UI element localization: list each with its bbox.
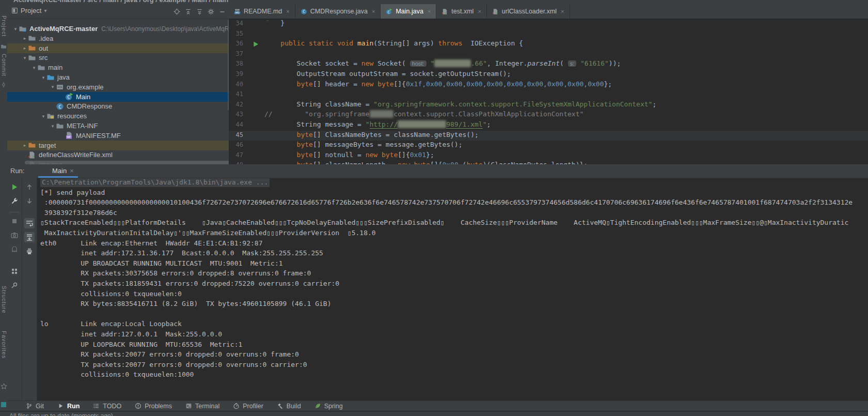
close-icon[interactable]: ×: [286, 8, 289, 14]
tree-item-src[interactable]: ▾src: [7, 53, 229, 63]
code-line-46[interactable]: 46 byte[] messageBytes = message.getByte…: [229, 141, 868, 151]
toolwindow-button-git[interactable]: Git: [26, 403, 44, 410]
code-text: String className = "org.springframework.…: [264, 100, 656, 108]
code-line-48[interactable]: 48 byte[] classNameLength = new byte[]{0…: [229, 161, 868, 164]
code-line-36[interactable]: 36 public static void main(String[] args…: [229, 39, 868, 50]
code-line-39[interactable]: 39 OutputStream outputStream = socket.ge…: [229, 70, 868, 80]
toolwindow-button-build[interactable]: Build: [277, 403, 301, 410]
close-icon[interactable]: ×: [428, 8, 431, 14]
chevron-right-icon[interactable]: ▸: [22, 143, 28, 148]
chevron-down-icon[interactable]: ▾: [40, 75, 46, 80]
collapse-all-button[interactable]: [185, 7, 192, 15]
console-line: TX packets:181859431 errors:0 dropped:75…: [40, 280, 868, 290]
folder-icon[interactable]: [1, 43, 7, 50]
folder-resources-icon: [46, 112, 55, 120]
close-icon[interactable]: ×: [478, 8, 481, 14]
printer-button[interactable]: [24, 246, 35, 256]
toolwindow-button-profiler[interactable]: Profiler: [233, 403, 263, 410]
locate-button[interactable]: [173, 7, 180, 15]
run-console-output[interactable]: C:\Penetration\ProgramTools\Java\jdk1.8\…: [40, 178, 868, 400]
chevron-down-icon[interactable]: ▾: [40, 114, 46, 119]
code-line-43[interactable]: 43// "org.springframe context.support.Cl…: [229, 110, 868, 120]
tree-item-defineclasswritefile-xml[interactable]: defineClassWriteFile.xml: [7, 150, 229, 160]
toolwindow-button-todo[interactable]: TODO: [93, 403, 121, 410]
star-icon[interactable]: [1, 383, 7, 390]
tree-item-out[interactable]: ▸out: [7, 43, 229, 53]
ghost-button[interactable]: [9, 244, 20, 254]
stripe-button-structure[interactable]: Structure: [0, 286, 7, 314]
code-line-45[interactable]: 45 byte[] ClassNameBytes = className.get…: [229, 131, 868, 141]
code-editor[interactable]: 34ˆ }3536 public static void main(String…: [229, 19, 868, 164]
gear-button[interactable]: [208, 7, 214, 15]
tree-item-java[interactable]: ▾java: [7, 72, 229, 82]
tree-item-manifest-mf[interactable]: MFMANIFEST.MF: [7, 131, 229, 141]
tree-item-cmdresponse[interactable]: CCMDResponse: [7, 101, 229, 111]
ghost-icon: [10, 245, 19, 253]
toolwindow-button-terminal[interactable]: Terminal: [185, 403, 219, 410]
breadcrumb[interactable]: ActiveMqRCE-master / src / main / java /…: [13, 0, 228, 4]
wrench-button[interactable]: [9, 196, 20, 206]
close-icon[interactable]: ×: [561, 8, 564, 14]
chevron-down-icon[interactable]: ▾: [50, 84, 56, 89]
tree-item-activemqrce-master[interactable]: ▾ActiveMqRCE-masterC:\Users\Anonymous\De…: [7, 24, 229, 34]
tree-item--idea[interactable]: ▸.idea: [7, 34, 229, 43]
class-run-icon: C: [65, 93, 73, 101]
toolwindow-button-spring[interactable]: Spring: [314, 403, 343, 410]
redacted-text: [398, 120, 446, 128]
close-icon[interactable]: ×: [372, 8, 375, 14]
chevron-down-icon[interactable]: ▾: [12, 26, 19, 32]
code-line-44[interactable]: 44 String message = "http:// 989/1.xml";: [229, 120, 868, 131]
tree-item-main[interactable]: CMain: [7, 92, 229, 102]
camera-button[interactable]: [9, 230, 20, 240]
tree-item-label: MANIFEST.MF: [76, 132, 121, 140]
project-panel-title-group[interactable]: Project ▾: [11, 7, 47, 14]
code-line-42[interactable]: 42 String className = "org.springframewo…: [229, 100, 868, 111]
code-line-37[interactable]: 37: [229, 50, 868, 60]
editor-tab-readme-md[interactable]: MDREADME.md×: [229, 4, 295, 19]
chevron-right-icon[interactable]: ▸: [22, 45, 28, 51]
arrow-down-button[interactable]: [24, 196, 35, 206]
tree-item-org-example[interactable]: ▾org.example: [7, 82, 229, 92]
commit-icon[interactable]: [1, 82, 7, 88]
stop-button[interactable]: [9, 216, 20, 226]
tree-item-main[interactable]: ▾main: [7, 63, 229, 72]
scrollend-button[interactable]: [24, 232, 35, 242]
run-tab-main[interactable]: Main ×: [38, 164, 78, 177]
toolwindow-button-run[interactable]: Run: [57, 403, 80, 410]
editor-tab-urlclassloader-xml[interactable]: urlClassLoader.xml×: [487, 4, 570, 19]
stripe-button-favorites[interactable]: Favorites: [0, 331, 7, 359]
console-line: ▯StackTraceEnabled▯▯▯PlatformDetails ▯Ja…: [40, 219, 868, 229]
pin-button[interactable]: [9, 280, 20, 290]
chevron-down-icon[interactable]: ▾: [50, 124, 56, 129]
tree-item-resources[interactable]: ▾resources: [7, 111, 229, 121]
editor-tab-main-java[interactable]: CMain.java×: [381, 4, 436, 19]
minimize-button[interactable]: [219, 7, 226, 15]
toolwindow-button-problems[interactable]: Problems: [135, 403, 172, 410]
tab-label: CMDResponse.java: [310, 8, 368, 15]
code-line-40[interactable]: 40 byte[] header = new byte[]{0x1f,0x00,…: [229, 80, 868, 90]
softwrap-button[interactable]: [24, 218, 35, 228]
chevron-right-icon[interactable]: ▸: [22, 36, 28, 41]
code-line-47[interactable]: 47 byte[] notnull = new byte[]{0x01};: [229, 151, 868, 161]
arrow-up-button[interactable]: [24, 182, 35, 192]
tree-item-target[interactable]: ▸target: [7, 141, 229, 150]
chevron-down-icon[interactable]: ▾: [44, 8, 46, 13]
expand-all-button[interactable]: [196, 7, 203, 15]
grid-button[interactable]: [9, 266, 20, 276]
chevron-down-icon[interactable]: ▾: [31, 65, 37, 70]
tree-item-meta-inf[interactable]: ▾META-INF: [7, 121, 229, 131]
run-gutter-icon[interactable]: [253, 41, 259, 47]
code-line-35[interactable]: 35: [229, 29, 868, 40]
rerun-button[interactable]: [9, 182, 20, 192]
code-line-41[interactable]: 41: [229, 90, 868, 100]
chevron-down-icon[interactable]: ▾: [22, 55, 28, 60]
code-line-34[interactable]: 34ˆ }: [229, 19, 868, 29]
stripe-button-project[interactable]: Project: [0, 16, 7, 37]
code-line-38[interactable]: 38 Socket socket = new Socket( host: " .…: [229, 59, 868, 70]
gear-icon: [208, 8, 214, 15]
editor-tab-test-xml[interactable]: test.xml×: [436, 4, 487, 19]
close-icon[interactable]: ×: [70, 167, 74, 175]
stripe-button-commit[interactable]: Commit: [0, 54, 7, 76]
editor-tab-cmdresponse-java[interactable]: CCMDResponse.java×: [295, 4, 381, 19]
project-folder-icon: [19, 25, 27, 33]
